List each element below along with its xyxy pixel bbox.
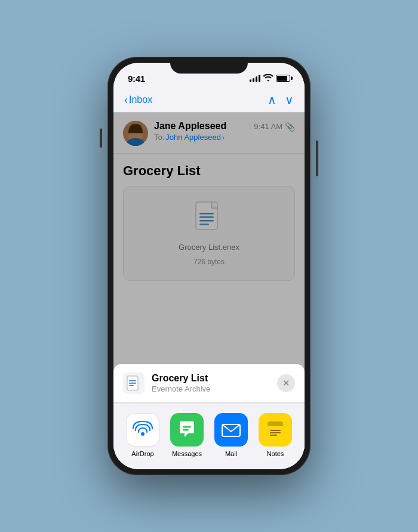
svg-rect-13 bbox=[183, 426, 191, 428]
share-app-airdrop[interactable]: AirDrop bbox=[124, 413, 162, 457]
share-apps-row: AirDrop Messages bbox=[113, 403, 305, 469]
signal-icon bbox=[250, 75, 260, 82]
messages-icon bbox=[170, 413, 204, 447]
back-button[interactable]: ‹ Inbox bbox=[124, 94, 152, 106]
mail-icon bbox=[214, 413, 248, 447]
share-app-mail[interactable]: Mail bbox=[212, 413, 250, 457]
notes-icon bbox=[259, 413, 292, 447]
status-icons bbox=[250, 74, 290, 83]
airdrop-label: AirDrop bbox=[131, 450, 153, 457]
notch bbox=[170, 57, 248, 74]
status-time: 9:41 bbox=[128, 74, 145, 84]
svg-rect-18 bbox=[268, 424, 283, 426]
share-close-button[interactable]: ✕ bbox=[277, 374, 295, 392]
volume-button bbox=[100, 129, 102, 148]
svg-rect-20 bbox=[270, 432, 281, 433]
svg-point-12 bbox=[141, 432, 145, 436]
nav-arrows: ∧ ∨ bbox=[268, 93, 294, 107]
share-sheet: Grocery List Evernote Archive ✕ bbox=[113, 364, 305, 470]
share-app-notes[interactable]: Notes bbox=[256, 413, 294, 457]
email-content: Jane Appleseed 9:41 AM 📎 To: John Apples… bbox=[113, 112, 305, 469]
messages-label: Messages bbox=[172, 450, 202, 457]
battery-icon bbox=[276, 75, 290, 82]
svg-rect-14 bbox=[183, 429, 189, 431]
back-label: Inbox bbox=[129, 94, 152, 105]
down-arrow-button[interactable]: ∨ bbox=[285, 93, 294, 107]
svg-rect-10 bbox=[129, 383, 136, 384]
svg-rect-11 bbox=[129, 385, 134, 386]
back-chevron-icon: ‹ bbox=[124, 94, 128, 106]
share-item-subtitle: Evernote Archive bbox=[152, 384, 270, 393]
mail-label: Mail bbox=[225, 450, 237, 457]
share-item-row: Grocery List Evernote Archive ✕ bbox=[113, 364, 305, 403]
airdrop-icon bbox=[126, 413, 159, 447]
notes-label: Notes bbox=[267, 450, 284, 457]
wifi-icon bbox=[263, 74, 273, 83]
phone-frame: 9:41 ‹ Inb bbox=[107, 57, 311, 475]
power-button bbox=[316, 140, 318, 176]
share-app-messages[interactable]: Messages bbox=[168, 413, 206, 457]
nav-bar: ‹ Inbox ∧ ∨ bbox=[113, 89, 305, 112]
svg-rect-21 bbox=[270, 435, 277, 436]
svg-rect-9 bbox=[129, 380, 136, 381]
share-item-icon bbox=[123, 372, 145, 394]
share-item-text: Grocery List Evernote Archive bbox=[152, 373, 270, 393]
phone-screen: 9:41 ‹ Inb bbox=[113, 63, 305, 469]
svg-rect-19 bbox=[270, 430, 281, 431]
share-item-name: Grocery List bbox=[152, 373, 270, 384]
share-sheet-overlay[interactable]: Grocery List Evernote Archive ✕ bbox=[113, 112, 305, 469]
up-arrow-button[interactable]: ∧ bbox=[268, 93, 276, 107]
